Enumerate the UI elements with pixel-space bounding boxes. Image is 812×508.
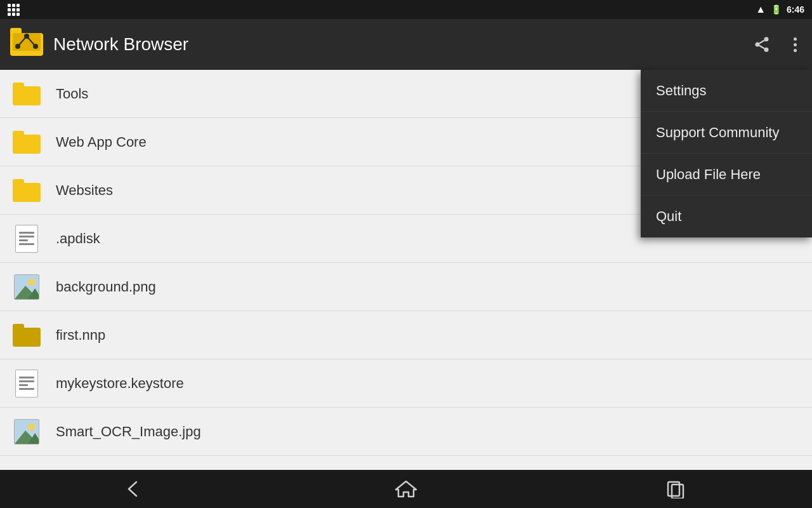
app-logo <box>10 28 43 61</box>
svg-point-7 <box>764 48 769 52</box>
svg-line-9 <box>759 41 764 44</box>
image-file-icon <box>13 418 41 446</box>
app-toolbar: Network Browser <box>0 19 812 70</box>
share-button[interactable] <box>748 30 776 58</box>
svg-point-15 <box>28 423 35 430</box>
grid-icon <box>8 4 19 15</box>
battery-icon: 🔋 <box>771 4 782 15</box>
menu-item-settings[interactable]: Settings <box>641 70 812 112</box>
svg-line-8 <box>759 46 764 49</box>
file-name: background.png <box>56 279 156 295</box>
file-name: Web App Core <box>56 134 147 150</box>
file-name: Websites <box>56 182 113 199</box>
svg-point-6 <box>756 43 760 47</box>
app-title: Network Browser <box>53 34 738 55</box>
folder-icon <box>13 128 41 156</box>
menu-item-label: Quit <box>656 208 681 225</box>
wifi-icon: ▲ <box>756 4 766 15</box>
text-file-icon <box>13 225 41 253</box>
list-item[interactable]: background.png <box>0 263 812 311</box>
menu-item-label: Upload File Here <box>656 166 761 183</box>
context-menu: Settings Support Community Upload File H… <box>641 70 812 237</box>
folder-small-icon <box>13 321 41 349</box>
time-display: 6:46 <box>787 4 804 15</box>
back-icon <box>124 479 147 498</box>
menu-item-support-community[interactable]: Support Community <box>641 112 812 154</box>
folder-icon <box>13 80 41 108</box>
toolbar-actions <box>748 30 802 58</box>
status-left <box>8 4 19 15</box>
file-name: mykeystore.keystore <box>56 375 184 392</box>
home-icon <box>395 479 417 498</box>
svg-marker-18 <box>396 481 416 497</box>
text-file-icon <box>13 370 41 398</box>
back-button[interactable] <box>117 473 153 505</box>
list-item[interactable]: mykeystore.keystore <box>0 359 812 408</box>
list-item[interactable]: first.nnp <box>0 311 812 359</box>
folder-icon <box>13 177 41 204</box>
file-name: .apdisk <box>56 231 100 247</box>
svg-line-3 <box>18 36 27 46</box>
status-right: ▲ 🔋 6:46 <box>756 4 804 15</box>
network-overlay-icon <box>13 31 41 51</box>
menu-item-upload-file-here[interactable]: Upload File Here <box>641 154 812 196</box>
list-item[interactable]: Smart_OCR_Image.jpg <box>0 408 812 456</box>
svg-line-4 <box>27 36 36 46</box>
home-button[interactable] <box>388 473 424 505</box>
more-options-button[interactable] <box>789 32 802 57</box>
share-icon <box>753 36 771 53</box>
image-thumbnail-icon <box>15 420 39 444</box>
status-bar: ▲ 🔋 6:46 <box>0 0 812 19</box>
file-name: Smart_OCR_Image.jpg <box>56 424 201 440</box>
file-name: first.nnp <box>56 327 105 344</box>
nav-bar <box>0 470 812 508</box>
menu-item-label: Support Community <box>656 124 779 141</box>
menu-item-label: Settings <box>656 83 707 99</box>
file-name: Tools <box>56 86 88 102</box>
image-file-icon <box>13 273 41 301</box>
menu-item-quit[interactable]: Quit <box>641 196 812 237</box>
svg-point-11 <box>28 278 35 285</box>
more-options-icon <box>794 37 797 52</box>
svg-point-5 <box>764 37 769 41</box>
recent-apps-icon <box>665 479 688 498</box>
recent-apps-button[interactable] <box>659 473 695 505</box>
image-thumbnail-icon <box>15 275 39 299</box>
